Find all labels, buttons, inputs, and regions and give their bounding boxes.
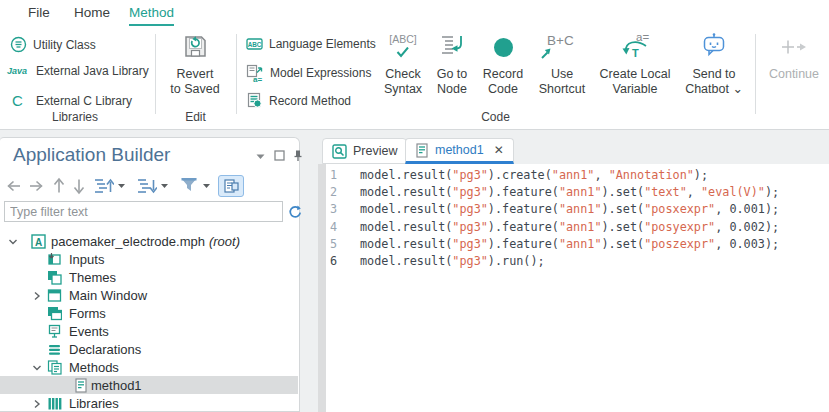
- libraries-icon: [47, 396, 62, 411]
- report-node-icon: [224, 179, 239, 193]
- chevron-down-icon[interactable]: [32, 363, 42, 373]
- back-arrow-icon[interactable]: [6, 174, 22, 198]
- tree-label: Declarations: [69, 342, 141, 357]
- line-number: 1: [330, 167, 337, 184]
- record-method-button[interactable]: Record Method: [246, 92, 351, 109]
- line-number: 2: [330, 184, 337, 201]
- code-line: 4model.result("pg3").feature("ann1").set…: [318, 219, 829, 236]
- tree-row-events[interactable]: Events: [0, 322, 298, 340]
- create-local-variable-label1: Create Local: [600, 67, 671, 81]
- ribbon-tab-method[interactable]: Method: [129, 5, 174, 26]
- continue-button[interactable]: Continue: [762, 33, 826, 82]
- tree-row-declarations[interactable]: Declarations: [0, 340, 298, 358]
- code-line: 2model.result("pg3").feature("ann1").set…: [318, 184, 829, 201]
- external-c-library-button[interactable]: C External C Library: [12, 92, 132, 109]
- collapse-all-dropdown-icon[interactable]: [117, 174, 126, 198]
- pin-icon[interactable]: [293, 149, 303, 162]
- refresh-icon[interactable]: [287, 204, 303, 220]
- group-separator: [236, 34, 237, 114]
- send-to-chatbot-button[interactable]: Send toChatbot ⌄: [674, 33, 754, 97]
- code-line: 5model.result("pg3").feature("ann1").set…: [318, 236, 829, 253]
- record-code-icon: [493, 37, 514, 58]
- code-group-label: Code: [236, 110, 755, 124]
- filter-dropdown-icon[interactable]: [202, 174, 211, 198]
- tree-row-method1[interactable]: method1: [0, 376, 298, 394]
- line-number: 3: [330, 201, 337, 218]
- float-window-icon[interactable]: [274, 150, 285, 161]
- use-shortcut-label1: Use: [551, 67, 573, 81]
- tree-row-methods[interactable]: Methods: [0, 358, 298, 376]
- code-editor-body[interactable]: 1model.result("pg3").create("ann1", "Ann…: [318, 164, 829, 412]
- create-local-variable-label2: Variable: [613, 82, 658, 96]
- main-window-icon: [47, 288, 62, 303]
- external-c-library-label: External C Library: [36, 94, 132, 108]
- tab-close-icon[interactable]: ✕: [494, 143, 504, 157]
- themes-icon: [47, 270, 62, 285]
- edit-group-label: Edit: [155, 110, 236, 124]
- chevron-right-icon[interactable]: [32, 291, 42, 301]
- record-code-label1: Record: [483, 67, 523, 81]
- move-down-icon[interactable]: [72, 174, 86, 198]
- expand-all-dropdown-icon[interactable]: [160, 174, 169, 198]
- external-java-library-button[interactable]: Java External Java Library: [7, 64, 149, 78]
- forward-arrow-icon[interactable]: [28, 174, 44, 198]
- tree-row-main-window[interactable]: Main Window: [0, 286, 298, 304]
- model-expressions-label: Model Expressions: [270, 66, 371, 80]
- tree-label: Inputs: [69, 252, 104, 267]
- method-doc-icon: [74, 378, 88, 393]
- expand-all-icon[interactable]: [137, 174, 157, 198]
- utility-class-button[interactable]: Utility Class: [10, 36, 96, 53]
- chevron-down-icon[interactable]: [8, 237, 18, 247]
- revert-to-saved-button[interactable]: Revertto Saved: [160, 33, 230, 97]
- model-expressions-icon: a=: [246, 64, 264, 82]
- tab-method1[interactable]: method1 ✕: [405, 138, 514, 164]
- language-elements-button[interactable]: ABC Language Elements: [246, 36, 376, 52]
- line-number: 4: [330, 219, 337, 236]
- collapse-all-icon[interactable]: [94, 174, 114, 198]
- utility-class-label: Utility Class: [33, 38, 96, 52]
- preview-icon: [332, 144, 347, 159]
- tree-row-libraries[interactable]: Libraries: [0, 394, 298, 412]
- use-shortcut-button[interactable]: B+C UseShortcut: [530, 33, 594, 97]
- tree-label: Forms: [69, 306, 106, 321]
- tree-row-forms[interactable]: Forms: [0, 304, 298, 322]
- tab-preview-label: Preview: [353, 144, 397, 158]
- ribbon-tab-file[interactable]: File: [28, 5, 50, 24]
- libraries-group-label: Libraries: [0, 110, 150, 124]
- inputs-icon: [47, 252, 62, 267]
- check-syntax-label1: Check: [385, 67, 420, 81]
- use-shortcut-icon: B+C: [530, 33, 594, 61]
- record-code-button[interactable]: RecordCode: [471, 33, 535, 97]
- panel-menu-chevron-icon[interactable]: [256, 154, 265, 160]
- tree-row-themes[interactable]: Themes: [0, 268, 298, 286]
- line-number: 6: [330, 253, 337, 270]
- create-local-variable-button[interactable]: a= T Create LocalVariable: [595, 33, 675, 97]
- ribbon-tab-home[interactable]: Home: [74, 5, 110, 24]
- send-to-chatbot-label2: Chatbot ⌄: [685, 82, 743, 96]
- show-model-builder-node-button[interactable]: [218, 175, 244, 197]
- method-doc-icon: [415, 143, 429, 158]
- move-up-icon[interactable]: [52, 174, 66, 198]
- tree-row-inputs[interactable]: Inputs: [0, 250, 298, 268]
- panel-title: Application Builder: [13, 144, 170, 166]
- events-icon: [47, 324, 62, 339]
- java-icon: Java: [7, 66, 30, 76]
- tree-label-suffix: (root): [209, 234, 240, 249]
- revert-label-line1: Revert: [177, 67, 214, 81]
- continue-label: Continue: [769, 67, 819, 81]
- chevron-right-icon[interactable]: [32, 399, 42, 409]
- filter-icon[interactable]: [180, 174, 198, 198]
- filter-input[interactable]: [4, 201, 283, 222]
- utility-class-icon: [10, 36, 27, 53]
- tab-preview[interactable]: Preview: [322, 138, 407, 164]
- tree-label: method1: [91, 378, 142, 393]
- code-line: 1model.result("pg3").create("ann1", "Ann…: [318, 167, 829, 184]
- check-syntax-label2: Syntax: [384, 82, 422, 96]
- tree-row-root[interactable]: A pacemaker_electrode.mph (root): [0, 232, 298, 250]
- model-expressions-button[interactable]: a= Model Expressions: [246, 64, 371, 82]
- tree-label: pacemaker_electrode.mph: [51, 234, 205, 249]
- code-line: 6model.result("pg3").run();: [318, 253, 829, 270]
- tree-label: Events: [69, 324, 109, 339]
- revert-label-line2: to Saved: [170, 82, 219, 96]
- ribbon: File Home Method Utility Class Java Exte…: [0, 0, 829, 130]
